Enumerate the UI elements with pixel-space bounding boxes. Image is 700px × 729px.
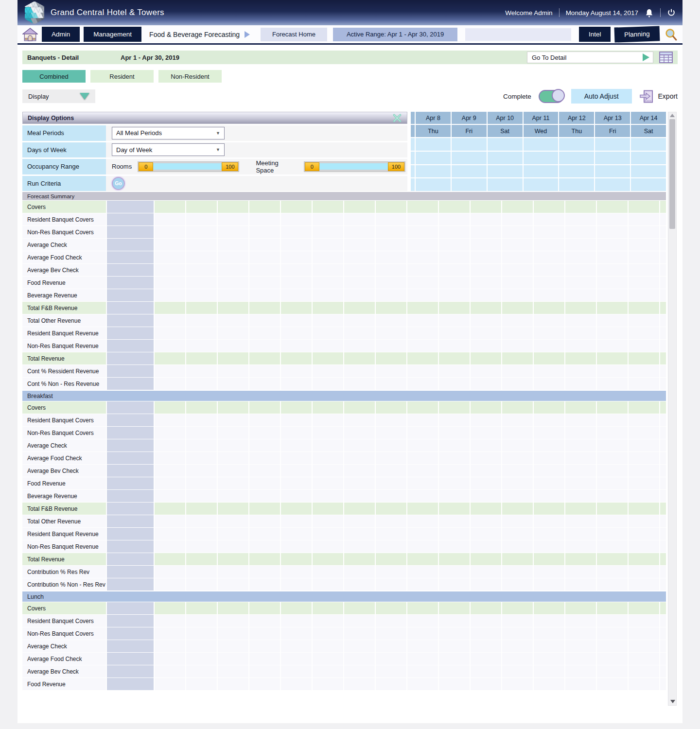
date-body-cell[interactable] — [452, 138, 487, 151]
row-summary-cell[interactable] — [106, 352, 155, 364]
row-summary-cell[interactable] — [106, 515, 155, 527]
tab-combined[interactable]: Combined — [22, 70, 86, 83]
date-body-cell[interactable] — [595, 152, 630, 164]
row-summary-cell[interactable] — [106, 578, 155, 590]
row-summary-cell[interactable] — [106, 678, 155, 690]
row-summary-cell[interactable] — [106, 226, 155, 238]
row-summary-cell[interactable] — [106, 477, 155, 489]
date-body-cell[interactable] — [631, 152, 666, 164]
row-summary-cell[interactable] — [106, 452, 155, 464]
date-body-cell[interactable] — [631, 138, 666, 151]
date-body-cell[interactable] — [559, 165, 594, 178]
home-icon[interactable] — [22, 28, 38, 41]
tab-resident[interactable]: Resident — [90, 70, 154, 83]
scroll-up-arrow-icon[interactable] — [670, 114, 675, 117]
meeting-max-handle[interactable]: 100 — [388, 162, 404, 171]
rooms-min-handle[interactable]: 0 — [139, 162, 153, 171]
go-to-detail-input[interactable] — [531, 53, 623, 62]
intel-button[interactable]: Intel — [579, 27, 611, 42]
date-body-cell[interactable] — [559, 152, 594, 164]
row-summary-cell[interactable] — [106, 239, 155, 251]
display-dropdown-button[interactable]: Display — [22, 89, 95, 103]
search-icon[interactable] — [665, 28, 678, 41]
rooms-range-slider[interactable]: 0 100 — [138, 161, 239, 172]
meeting-min-handle[interactable]: 0 — [305, 162, 319, 171]
date-body-cell[interactable] — [488, 178, 523, 191]
row-summary-cell[interactable] — [106, 439, 155, 451]
date-body-cell[interactable] — [416, 178, 451, 191]
admin-button[interactable]: Admin — [42, 27, 80, 42]
date-body-cell[interactable] — [524, 138, 559, 151]
row-summary-cell[interactable] — [106, 314, 155, 327]
row-summary-cell[interactable] — [106, 302, 155, 314]
date-body-cell[interactable] — [452, 152, 487, 164]
row-summary-cell[interactable] — [106, 340, 155, 352]
management-button[interactable]: Management — [84, 27, 141, 42]
bell-icon[interactable] — [645, 8, 654, 17]
row-summary-cell[interactable] — [106, 553, 155, 565]
scroll-down-arrow-icon[interactable] — [670, 700, 675, 703]
meal-periods-select[interactable]: All Meal Periods ▼ — [112, 127, 225, 139]
date-body-cell[interactable] — [416, 138, 451, 151]
row-summary-cell[interactable] — [106, 427, 155, 439]
date-body-cell[interactable] — [488, 152, 523, 164]
row-summary-cell[interactable] — [106, 653, 155, 665]
row-summary-cell[interactable] — [106, 327, 155, 339]
date-body-cell[interactable] — [524, 152, 559, 164]
date-body-cell[interactable] — [488, 138, 523, 151]
row-summary-cell[interactable] — [106, 365, 155, 377]
power-icon[interactable] — [667, 8, 676, 17]
date-body-cell[interactable] — [631, 178, 666, 191]
date-body-cell[interactable] — [416, 152, 451, 164]
forecast-home-button[interactable]: Forecast Home — [261, 28, 327, 41]
search-input[interactable] — [465, 28, 571, 41]
date-body-cell[interactable] — [452, 178, 487, 191]
date-body-cell[interactable] — [595, 165, 630, 178]
date-body-cell[interactable] — [559, 178, 594, 191]
complete-toggle[interactable] — [539, 90, 564, 103]
row-summary-cell[interactable] — [106, 378, 155, 390]
date-body-cell[interactable] — [452, 165, 487, 178]
slider-track — [319, 163, 388, 170]
meeting-space-range-slider[interactable]: 0 100 — [304, 161, 405, 172]
row-summary-cell[interactable] — [106, 490, 155, 502]
row-summary-cell[interactable] — [106, 503, 155, 515]
date-body-cell[interactable] — [595, 178, 630, 191]
row-summary-cell[interactable] — [106, 465, 155, 477]
row-summary-cell[interactable] — [106, 665, 155, 677]
days-of-week-select[interactable]: Day of Week ▼ — [112, 143, 225, 156]
row-summary-cell[interactable] — [106, 289, 155, 301]
row-summary-cell[interactable] — [106, 627, 155, 640]
tab-non-resident[interactable]: Non-Resident — [158, 70, 222, 83]
row-summary-cell[interactable] — [106, 213, 155, 226]
date-body-cell[interactable] — [631, 165, 666, 178]
date-body-cell[interactable] — [416, 165, 451, 178]
date-body-cell[interactable] — [524, 165, 559, 178]
close-icon[interactable] — [392, 113, 402, 123]
row-summary-cell[interactable] — [106, 414, 155, 426]
rooms-max-handle[interactable]: 100 — [222, 162, 238, 171]
row-summary-cell[interactable] — [106, 277, 155, 289]
row-summary-cell[interactable] — [106, 251, 155, 263]
row-summary-cell[interactable] — [106, 602, 155, 614]
vertical-scrollbar[interactable] — [668, 112, 677, 706]
go-button[interactable]: Go — [112, 177, 125, 190]
row-summary-cell[interactable] — [106, 201, 155, 213]
export-icon[interactable] — [639, 89, 654, 104]
date-body-cell[interactable] — [595, 138, 630, 151]
row-summary-cell[interactable] — [106, 566, 155, 578]
date-body-cell[interactable] — [524, 178, 559, 191]
row-summary-cell[interactable] — [106, 615, 155, 627]
auto-adjust-button[interactable]: Auto Adjust — [571, 89, 632, 104]
row-summary-cell[interactable] — [106, 540, 155, 553]
row-summary-cell[interactable] — [106, 528, 155, 540]
planning-button[interactable]: Planning — [614, 26, 660, 42]
row-summary-cell[interactable] — [106, 640, 155, 652]
row-summary-cell[interactable] — [106, 401, 155, 414]
date-body-cell[interactable] — [559, 138, 594, 151]
scrollbar-thumb[interactable] — [669, 119, 675, 229]
go-to-detail-play-icon[interactable] — [643, 53, 649, 61]
grid-view-icon[interactable] — [659, 52, 673, 63]
row-summary-cell[interactable] — [106, 264, 155, 276]
date-body-cell[interactable] — [488, 165, 523, 178]
